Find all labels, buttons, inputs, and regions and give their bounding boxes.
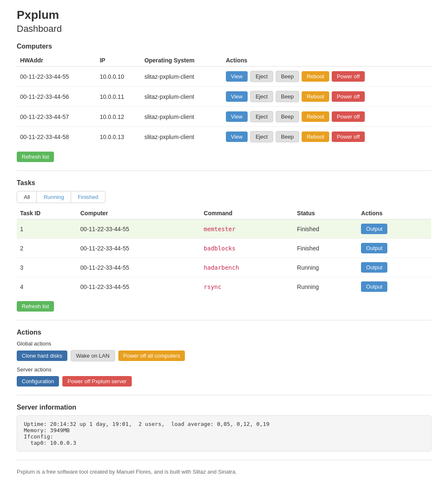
page-title: Dashboard	[17, 23, 431, 34]
output-button[interactable]: Output	[361, 224, 387, 234]
reboot-button[interactable]: Reboot	[302, 131, 329, 142]
task-computer-cell: 00-11-22-33-44-55	[77, 239, 200, 258]
task-command-cell: memtester	[200, 219, 294, 239]
reboot-button[interactable]: Reboot	[302, 91, 329, 102]
task-actions-cell: Output	[358, 277, 431, 296]
power-off-button[interactable]: Power off	[332, 131, 365, 142]
wake-on-lan-button[interactable]: Wake on LAN	[71, 350, 115, 361]
task-status-cell: Finished	[294, 239, 358, 258]
os-cell: slitaz-pxplum-client	[141, 127, 223, 147]
task-computer-cell: 00-11-22-33-44-55	[77, 258, 200, 277]
task-status-cell: Finished	[294, 219, 358, 239]
ip-cell: 10.0.0.12	[96, 107, 141, 127]
beep-button[interactable]: Beep	[276, 91, 299, 102]
table-row: 00-11-22-33-44-58 10.0.0.13 slitaz-pxplu…	[17, 127, 431, 147]
col-task-actions: Actions	[358, 207, 431, 219]
power-off-button[interactable]: Power off	[332, 91, 365, 102]
col-command: Command	[200, 207, 294, 219]
actions-section-title: Actions	[17, 329, 431, 336]
clone-hard-disks-button[interactable]: Clone hard disks	[17, 351, 67, 361]
actions-cell: View Eject Beep Reboot Power off	[223, 127, 431, 147]
table-row: 00-11-22-33-44-57 10.0.0.12 slitaz-pxplu…	[17, 107, 431, 127]
col-computer: Computer	[77, 207, 200, 219]
tasks-tabs: All Running Finished	[17, 191, 105, 203]
task-command-cell: hadarbench	[200, 258, 294, 277]
tasks-section: Tasks All Running Finished Task ID Compu…	[17, 179, 431, 312]
hwaddr-cell: 00-11-22-33-44-56	[17, 87, 96, 107]
task-status-cell: Running	[294, 258, 358, 277]
footer-text: Pxplum is a free software tool created b…	[17, 469, 431, 475]
power-off-server-button[interactable]: Power off Pxplum server	[62, 376, 131, 387]
view-button[interactable]: View	[226, 131, 248, 142]
col-ip: IP	[96, 54, 141, 67]
ip-cell: 10.0.0.10	[96, 67, 141, 87]
actions-cell: View Eject Beep Reboot Power off	[223, 67, 431, 87]
view-button[interactable]: View	[226, 71, 248, 82]
task-status-cell: Running	[294, 277, 358, 296]
task-computer-cell: 00-11-22-33-44-55	[77, 219, 200, 239]
server-info-section: Server information Uptime: 20:14:32 up 1…	[17, 404, 431, 451]
task-command-cell: badblocks	[200, 239, 294, 258]
tab-finished[interactable]: Finished	[71, 191, 105, 203]
actions-section: Actions Global actions Clone hard disks …	[17, 329, 431, 387]
task-id-cell: 2	[17, 239, 77, 258]
output-button[interactable]: Output	[361, 281, 387, 292]
col-status: Status	[294, 207, 358, 219]
ip-cell: 10.0.0.13	[96, 127, 141, 147]
computers-section: Computers HWAddr IP Operating System Act…	[17, 43, 431, 162]
server-actions-label: Server actions	[17, 366, 431, 373]
os-cell: slitaz-pxplum-client	[141, 67, 223, 87]
tab-all[interactable]: All	[17, 191, 36, 203]
output-button[interactable]: Output	[361, 262, 387, 273]
actions-cell: View Eject Beep Reboot Power off	[223, 87, 431, 107]
task-actions-cell: Output	[358, 239, 431, 258]
output-button[interactable]: Output	[361, 243, 387, 253]
tasks-refresh-button[interactable]: Refresh list	[17, 301, 54, 312]
task-command-cell: rsync	[200, 277, 294, 296]
task-actions-cell: Output	[358, 258, 431, 277]
configuration-button[interactable]: Configuration	[17, 376, 59, 387]
power-off-button[interactable]: Power off	[332, 111, 365, 122]
col-hwaddr: HWAddr	[17, 54, 96, 67]
hwaddr-cell: 00-11-22-33-44-57	[17, 107, 96, 127]
table-row: 2 00-11-22-33-44-55 badblocks Finished O…	[17, 239, 431, 258]
global-actions-bar: Clone hard disks Wake on LAN Power off a…	[17, 350, 431, 361]
hwaddr-cell: 00-11-22-33-44-55	[17, 67, 96, 87]
task-computer-cell: 00-11-22-33-44-55	[77, 277, 200, 296]
view-button[interactable]: View	[226, 111, 248, 122]
tab-running[interactable]: Running	[37, 191, 70, 203]
eject-button[interactable]: Eject	[250, 131, 273, 142]
task-actions-cell: Output	[358, 219, 431, 239]
tasks-table: Task ID Computer Command Status Actions …	[17, 207, 431, 296]
power-off-button[interactable]: Power off	[332, 71, 365, 82]
app-title: Pxplum	[17, 8, 431, 22]
power-off-all-button[interactable]: Power off all computers	[118, 351, 185, 361]
actions-cell: View Eject Beep Reboot Power off	[223, 107, 431, 127]
beep-button[interactable]: Beep	[276, 131, 299, 142]
computers-refresh-button[interactable]: Refresh list	[17, 152, 54, 162]
beep-button[interactable]: Beep	[276, 71, 299, 82]
eject-button[interactable]: Eject	[250, 71, 273, 82]
col-os: Operating System	[141, 54, 223, 67]
reboot-button[interactable]: Reboot	[302, 71, 329, 82]
computers-section-title: Computers	[17, 43, 431, 50]
os-cell: slitaz-pxplum-client	[141, 87, 223, 107]
task-id-cell: 3	[17, 258, 77, 277]
hwaddr-cell: 00-11-22-33-44-58	[17, 127, 96, 147]
reboot-button[interactable]: Reboot	[302, 111, 329, 122]
tasks-section-title: Tasks	[17, 179, 431, 187]
table-row: 3 00-11-22-33-44-55 hadarbench Running O…	[17, 258, 431, 277]
col-task-id: Task ID	[17, 207, 77, 219]
col-actions: Actions	[223, 54, 431, 67]
divider-4	[17, 460, 431, 460]
beep-button[interactable]: Beep	[276, 111, 299, 122]
os-cell: slitaz-pxplum-client	[141, 107, 223, 127]
table-row: 1 00-11-22-33-44-55 memtester Finished O…	[17, 219, 431, 239]
divider-1	[17, 170, 431, 171]
computers-table: HWAddr IP Operating System Actions 00-11…	[17, 54, 431, 147]
eject-button[interactable]: Eject	[250, 91, 273, 102]
divider-3	[17, 395, 431, 395]
eject-button[interactable]: Eject	[250, 111, 273, 122]
view-button[interactable]: View	[226, 91, 248, 102]
divider-2	[17, 320, 431, 320]
